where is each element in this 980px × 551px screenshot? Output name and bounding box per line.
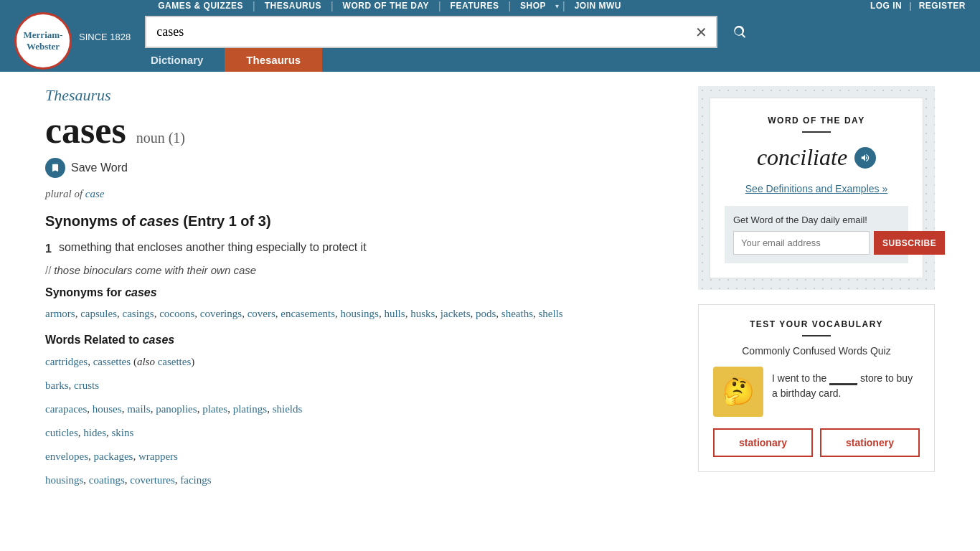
syn-cocoons[interactable]: cocoons <box>159 308 194 319</box>
syn-covers[interactable]: covers <box>248 308 275 319</box>
rel-hides[interactable]: hides <box>83 427 106 438</box>
syn-casings[interactable]: casings <box>122 308 154 319</box>
logo[interactable]: Merriam-Webster <box>14 12 72 70</box>
vocab-answer-stationery[interactable]: stationery <box>820 428 920 457</box>
auth-links: LOG IN | REGISTER <box>870 1 966 11</box>
wotd-subscribe-button[interactable]: SUBSCRIBE <box>874 231 945 255</box>
def-example: //those binoculars come with their own c… <box>45 264 669 276</box>
nav-games[interactable]: GAMES & QUIZZES <box>152 1 249 11</box>
wotd-see-def-text: See Definitions and Examples <box>745 183 880 194</box>
rel-mails[interactable]: mails <box>127 403 151 415</box>
rel-facings[interactable]: facings <box>180 474 211 486</box>
main-wrapper: Thesaurus cases noun (1) Save Word plura… <box>31 72 949 509</box>
bookmark-svg <box>50 163 60 173</box>
related-group-1: cartridges, cassettes (also casettes) <box>45 352 669 372</box>
save-word-row[interactable]: Save Word <box>45 158 669 178</box>
rel-wrappers[interactable]: wrappers <box>138 451 178 462</box>
definition-block: 1 something that encloses another thing … <box>45 241 669 255</box>
nav-shop[interactable]: SHOP <box>514 1 552 11</box>
wotd-title: WORD OF THE DAY <box>725 116 908 126</box>
rel-barks[interactable]: barks <box>45 380 69 391</box>
search-clear-button[interactable]: ✕ <box>687 17 716 47</box>
search-icon <box>732 24 748 40</box>
related-group-3: carapaces, houses, mails, panoplies, pla… <box>45 400 669 419</box>
word-heading: cases noun (1) <box>45 112 669 149</box>
sidebar: WORD OF THE DAY conciliate See Definitio… <box>698 86 935 494</box>
nav-links: GAMES & QUIZZES | THESAURUS | WORD OF TH… <box>152 0 627 11</box>
plural-of-link[interactable]: case <box>85 188 105 199</box>
syn-jackets[interactable]: jackets <box>440 308 471 319</box>
rel-packages[interactable]: packages <box>93 451 133 462</box>
wotd-word: conciliate <box>757 144 847 171</box>
rel-cassettes[interactable]: cassettes <box>93 356 131 367</box>
register-link[interactable]: REGISTER <box>919 1 966 11</box>
rel-platings[interactable]: platings <box>233 403 268 415</box>
wotd-email-label: Get Word of the Day daily email! <box>733 215 900 225</box>
vocab-title: TEST YOUR VOCABULARY <box>713 319 920 329</box>
related-links: cartridges, cassettes (also casettes) ba… <box>45 352 669 490</box>
vocab-quiz-row: 🤔 I went to the _____ store to buy a bir… <box>713 367 920 417</box>
content-area: Thesaurus cases noun (1) Save Word plura… <box>45 86 669 494</box>
rel-shields[interactable]: shields <box>273 403 303 415</box>
vocab-answers: stationary stationery <box>713 428 920 457</box>
def-number: 1 <box>45 242 52 255</box>
nav-features[interactable]: FEATURES <box>445 1 505 11</box>
search-submit-button[interactable] <box>717 23 762 42</box>
login-link[interactable]: LOG IN <box>870 1 902 11</box>
tab-thesaurus[interactable]: Thesaurus <box>225 48 322 72</box>
syn-hulls[interactable]: hulls <box>384 308 405 319</box>
search-row: ✕ <box>145 16 762 48</box>
syn-capsules[interactable]: capsules <box>80 308 117 319</box>
synonyms-heading: Synonyms of cases (Entry 1 of 3) <box>45 213 669 230</box>
rel-panoplies[interactable]: panoplies <box>156 403 197 415</box>
search-input[interactable] <box>146 17 687 47</box>
vocab-section: TEST YOUR VOCABULARY Commonly Confused W… <box>698 304 935 472</box>
nav-word-of-day[interactable]: WORD OF THE DAY <box>337 1 435 11</box>
syn-husks[interactable]: husks <box>410 308 435 319</box>
rel-casettes[interactable]: casettes <box>158 356 192 367</box>
syn-armors[interactable]: armors <box>45 308 75 319</box>
syn-pods[interactable]: pods <box>476 308 496 319</box>
synonyms-label: Synonyms for cases <box>45 286 669 299</box>
def-text: something that encloses another thing es… <box>59 241 367 253</box>
vocab-quiz-name: Commonly Confused Words Quiz <box>713 345 920 357</box>
vocab-divider <box>802 335 831 336</box>
syn-heading-word: cases <box>139 213 179 229</box>
nav-thesaurus[interactable]: THESAURUS <box>259 1 327 11</box>
wotd-audio-button[interactable] <box>854 147 876 169</box>
wotd-email-input[interactable] <box>733 231 870 255</box>
vocab-question: I went to the _____ store to buy a birth… <box>772 367 920 401</box>
related-group-4: cuticles, hides, skins <box>45 423 669 443</box>
rel-cuticles[interactable]: cuticles <box>45 427 78 438</box>
rel-houses[interactable]: houses <box>93 403 122 415</box>
wotd-word-row: conciliate <box>725 144 908 171</box>
rel-crusts[interactable]: crusts <box>74 380 99 391</box>
plural-of-prefix: plural of <box>45 188 83 199</box>
rel-covertures[interactable]: covertures <box>130 474 174 486</box>
since-label: SINCE 1828 <box>79 32 131 42</box>
syn-encasements[interactable]: encasements <box>281 308 335 319</box>
audio-icon <box>860 153 870 163</box>
rel-coatings[interactable]: coatings <box>89 474 125 486</box>
rel-housings2[interactable]: housings <box>45 474 83 486</box>
wotd-see-def-link[interactable]: See Definitions and Examples » <box>745 183 887 194</box>
rel-envelopes[interactable]: envelopes <box>45 451 88 462</box>
shop-chevron-icon: ▾ <box>555 2 559 10</box>
wotd-email-row: SUBSCRIBE <box>733 231 900 255</box>
nav-join[interactable]: JOIN MWU <box>569 1 627 11</box>
part-of-speech: noun (1) <box>136 130 185 146</box>
rel-cartridges[interactable]: cartridges <box>45 356 88 367</box>
syn-housings[interactable]: housings <box>341 308 379 319</box>
logo-text: Merriam-Webster <box>24 29 63 52</box>
related-group-5: envelopes, packages, wrappers <box>45 447 669 466</box>
rel-skins[interactable]: skins <box>112 427 134 438</box>
rel-carapaces[interactable]: carapaces <box>45 403 87 415</box>
vocab-answer-stationary[interactable]: stationary <box>713 428 813 457</box>
sidebar-bg: WORD OF THE DAY conciliate See Definitio… <box>698 86 935 290</box>
syn-shells[interactable]: shells <box>539 308 563 319</box>
syn-coverings[interactable]: coverings <box>200 308 242 319</box>
tab-dictionary[interactable]: Dictionary <box>129 48 225 72</box>
rel-plates[interactable]: plates <box>202 403 227 415</box>
syn-sheaths[interactable]: sheaths <box>501 308 533 319</box>
search-wrapper: ✕ <box>145 16 717 48</box>
